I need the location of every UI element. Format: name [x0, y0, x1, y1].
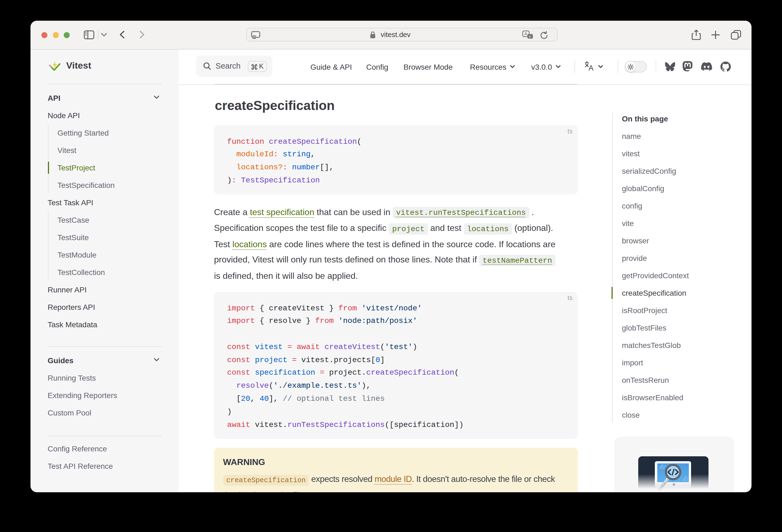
svg-text:A: A [589, 64, 593, 72]
svg-text:A: A [524, 31, 527, 36]
svg-text:x: x [529, 34, 530, 39]
